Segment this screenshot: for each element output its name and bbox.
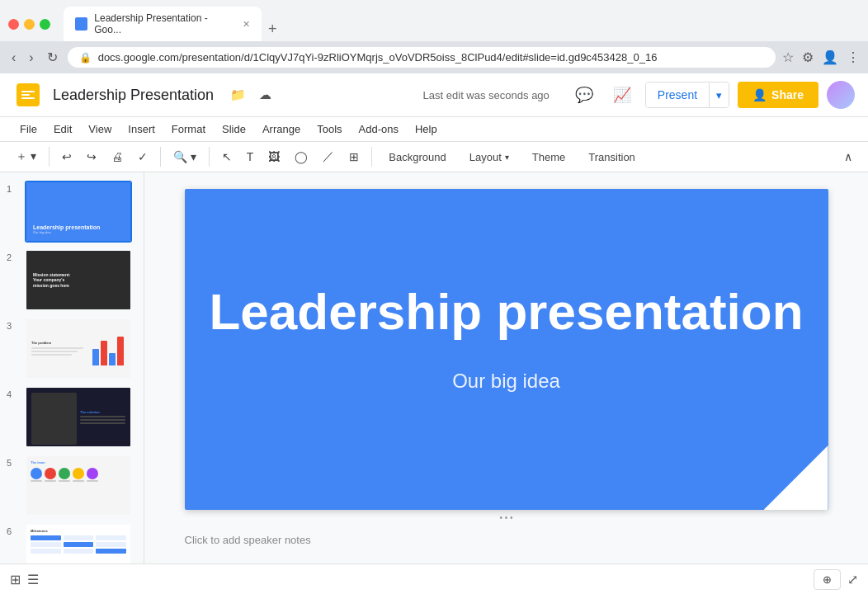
fold-corner: [764, 446, 828, 510]
slide-4-image: [31, 393, 77, 445]
chart-icon[interactable]: 📈: [607, 80, 637, 110]
share-icon: 👤: [752, 88, 767, 101]
theme-button[interactable]: Theme: [522, 147, 575, 167]
person-1: [31, 468, 42, 482]
menu-tools[interactable]: Tools: [310, 119, 348, 139]
slide-thumb-2[interactable]: 2 Mission statement:Your company'smissio…: [7, 249, 137, 311]
menu-insert[interactable]: Insert: [121, 119, 162, 139]
zoom-button[interactable]: 🔍 ▾: [167, 146, 202, 167]
slide-thumb-1[interactable]: 1 Leadership presentation Our big idea: [7, 181, 137, 243]
slides-logo: [17, 83, 40, 106]
notes-placeholder[interactable]: Click to add speaker notes: [185, 534, 311, 546]
tab-favicon: [75, 17, 87, 31]
menu-view[interactable]: View: [82, 119, 118, 139]
menu-slide[interactable]: Slide: [215, 119, 252, 139]
person-2: [45, 468, 56, 482]
maximize-button[interactable]: [40, 19, 50, 30]
folder-icon[interactable]: 📁: [227, 84, 249, 106]
slide-thumb-5[interactable]: 5 The team: [7, 455, 137, 516]
slide-thumb-3[interactable]: 3 The problem: [7, 318, 137, 380]
address-bar[interactable]: 🔒 docs.google.com/presentation/d/1ClqyVJ…: [68, 47, 776, 68]
add-slide-toolbar-button[interactable]: ＋ ▾: [10, 145, 42, 168]
lock-icon: 🔒: [79, 52, 92, 64]
menu-arrange[interactable]: Arrange: [256, 119, 307, 139]
menu-icon[interactable]: ⋮: [847, 50, 860, 65]
undo-button[interactable]: ↩: [56, 146, 78, 167]
slide-preview-2[interactable]: Mission statement:Your company'smission …: [25, 249, 132, 311]
collapse-toolbar-button[interactable]: ∧: [838, 146, 858, 167]
menu-addons[interactable]: Add-ons: [352, 119, 405, 139]
menu-help[interactable]: Help: [408, 119, 444, 139]
person-5-avatar: [87, 468, 98, 479]
spell-check-button[interactable]: ✓: [132, 146, 153, 167]
slide-num-5: 5: [7, 455, 18, 468]
bookmark-icon[interactable]: ☆: [782, 50, 794, 65]
new-tab-button[interactable]: +: [262, 17, 284, 41]
menu-bar: File Edit View Insert Format Slide Arran…: [0, 117, 868, 142]
slide-subtitle[interactable]: Our big idea: [452, 370, 560, 393]
slide-num-4: 4: [7, 386, 18, 399]
list-view-button[interactable]: ☰: [27, 572, 39, 587]
avatar-image: [827, 81, 855, 109]
slide-4-line-1: [80, 416, 125, 417]
close-button[interactable]: [8, 19, 19, 30]
shape-tool[interactable]: ◯: [289, 146, 314, 167]
app-title: Leadership Presentation: [53, 87, 214, 104]
menu-edit[interactable]: Edit: [47, 119, 78, 139]
separator-4: [371, 147, 372, 167]
slide-6-row-1: [31, 535, 126, 540]
cursor-tool[interactable]: ↖: [216, 146, 238, 167]
reload-button[interactable]: ↻: [44, 46, 61, 68]
grid-view-button[interactable]: ⊞: [10, 572, 21, 587]
slide-preview-5[interactable]: The team: [25, 455, 132, 516]
forward-button[interactable]: ›: [26, 47, 36, 68]
extensions-icon[interactable]: ⚙: [802, 50, 814, 65]
slide-main-title[interactable]: Leadership presentation: [209, 281, 803, 340]
user-avatar[interactable]: [827, 81, 855, 109]
tab-close-button[interactable]: ✕: [243, 19, 250, 30]
slide-preview-3[interactable]: The problem: [25, 318, 132, 380]
layout-button[interactable]: Layout ▾: [460, 147, 519, 167]
menu-format[interactable]: Format: [165, 119, 212, 139]
expand-button[interactable]: ⤢: [847, 572, 858, 587]
text-tool[interactable]: T: [241, 146, 260, 167]
slide-preview-6[interactable]: Milestones: [25, 523, 132, 563]
last-edit-status: Last edit was seconds ago: [423, 89, 550, 101]
present-main-button[interactable]: Present: [646, 82, 709, 107]
image-tool[interactable]: 🖼: [262, 146, 285, 167]
comments-icon[interactable]: 💬: [569, 80, 599, 110]
accessibility-button[interactable]: ⊕: [814, 569, 841, 590]
slide-preview-1[interactable]: Leadership presentation Our big idea: [25, 181, 132, 243]
active-tab[interactable]: Leadership Presentation - Goo... ✕: [64, 7, 262, 41]
print-button[interactable]: 🖨: [106, 146, 129, 167]
slide-6-row-2: [31, 542, 126, 547]
person-3-avatar: [59, 468, 70, 479]
slide-3-line-3: [31, 354, 72, 356]
slide-num-6: 6: [7, 523, 18, 536]
slide-preview-4[interactable]: The solution: [25, 386, 132, 448]
slide-3-line-2: [31, 351, 78, 352]
present-arrow-button[interactable]: ▾: [709, 83, 729, 107]
speaker-notes[interactable]: Click to add speaker notes: [185, 532, 828, 547]
cloud-icon[interactable]: ☁: [256, 84, 275, 106]
slide-thumb-6[interactable]: 6 Milestones: [7, 523, 137, 563]
slide-canvas[interactable]: Leadership presentation Our big idea: [185, 189, 828, 510]
app: Leadership Presentation 📁 ☁ Last edit wa…: [0, 73, 868, 594]
menu-file[interactable]: File: [13, 119, 44, 139]
back-button[interactable]: ‹: [8, 47, 19, 68]
redo-button[interactable]: ↪: [81, 146, 102, 167]
person-1-name: [31, 480, 42, 482]
slide-thumb-4[interactable]: 4 The solution: [7, 386, 137, 448]
more-tools-button[interactable]: ⊞: [343, 146, 365, 167]
profile-icon[interactable]: 👤: [822, 50, 838, 65]
line-tool[interactable]: ／: [317, 145, 340, 168]
minimize-button[interactable]: [24, 19, 35, 30]
slide-4-line-2: [80, 419, 125, 421]
person-5: [87, 468, 98, 482]
share-button[interactable]: 👤 Share: [738, 82, 818, 108]
resize-handle[interactable]: • • •: [496, 510, 516, 526]
slide-6-content: Milestones: [26, 525, 130, 563]
background-button[interactable]: Background: [379, 147, 455, 167]
cell-4: [31, 542, 61, 547]
transition-button[interactable]: Transition: [578, 147, 645, 167]
